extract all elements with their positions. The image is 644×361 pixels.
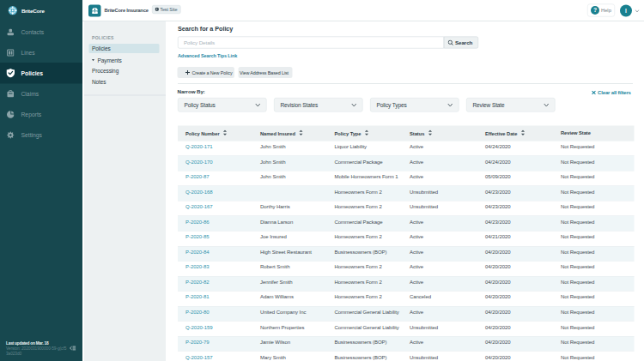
svg-text:?: ? [593, 7, 597, 13]
